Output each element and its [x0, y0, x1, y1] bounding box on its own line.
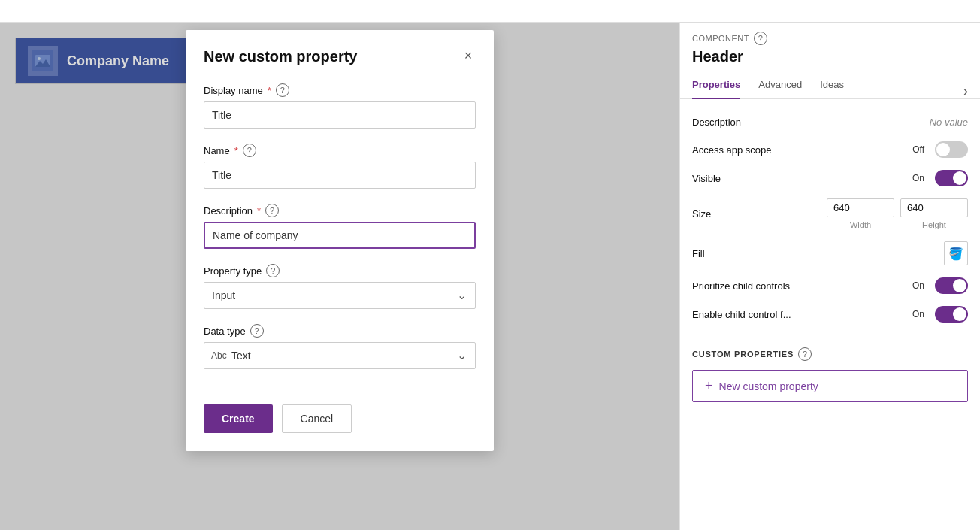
panel-header: COMPONENT ? Header	[680, 23, 980, 71]
right-panel: COMPONENT ? Header › Properties Advanced…	[679, 23, 980, 530]
size-labels: Width Height	[827, 220, 968, 229]
name-help-icon[interactable]: ?	[243, 144, 256, 157]
access-scope-row: Access app scope Off	[692, 135, 968, 164]
top-bar	[0, 0, 980, 23]
plus-icon: +	[705, 378, 713, 394]
fill-row: Fill 🪣	[692, 235, 968, 271]
required-star-3: *	[257, 205, 261, 217]
data-type-help-icon[interactable]: ?	[250, 324, 264, 338]
size-row: Size Width Height	[692, 192, 968, 235]
prioritize-toggle-group: On	[912, 277, 968, 294]
visible-toggle-group: On	[912, 170, 968, 186]
tab-ideas[interactable]: Ideas	[820, 71, 844, 99]
description-label: Description * ?	[204, 204, 476, 217]
description-row: Description No value	[692, 108, 968, 135]
size-group: Width Height	[827, 198, 968, 229]
size-width-input[interactable]	[827, 198, 894, 217]
modal-title: New custom property	[204, 48, 476, 65]
enable-child-toggle[interactable]	[935, 306, 968, 323]
cancel-button[interactable]: Cancel	[282, 404, 352, 433]
description-group: Description * ?	[204, 204, 476, 249]
enable-child-row: Enable child control f... On	[692, 300, 968, 329]
fill-bucket-icon: 🪣	[948, 247, 963, 261]
custom-props-header: CUSTOM PROPERTIES ?	[680, 338, 980, 367]
required-star: *	[268, 85, 271, 96]
required-star-2: *	[234, 145, 238, 156]
name-label: Name * ?	[204, 144, 476, 157]
description-help-icon[interactable]: ?	[265, 204, 279, 217]
modal-actions: Create Cancel	[204, 389, 476, 433]
description-input[interactable]	[204, 222, 476, 249]
panel-component-title: Header	[692, 48, 968, 65]
data-type-group: Data type ? Abc Text Number Boolean Reco…	[204, 324, 476, 369]
modal-close-button[interactable]: ×	[458, 45, 479, 66]
modal-overlay: New custom property × Display name * ? N…	[0, 23, 679, 530]
name-group: Name * ?	[204, 144, 476, 189]
size-inputs	[827, 198, 968, 217]
display-name-label: Display name * ?	[204, 83, 476, 97]
name-input[interactable]	[204, 162, 476, 189]
tab-advanced[interactable]: Advanced	[758, 71, 802, 99]
visible-toggle[interactable]	[935, 170, 968, 186]
size-height-input[interactable]	[900, 198, 968, 217]
visible-row: Visible On	[692, 164, 968, 192]
property-type-help-icon[interactable]: ?	[266, 264, 280, 277]
property-type-group: Property type ? Input Output Action	[204, 264, 476, 309]
modal-dialog: New custom property × Display name * ? N…	[186, 30, 494, 451]
display-name-help-icon[interactable]: ?	[276, 83, 289, 97]
custom-props-help-icon[interactable]: ?	[798, 347, 812, 361]
prioritize-row: Prioritize child controls On	[692, 271, 968, 300]
property-type-select[interactable]: Input Output Action	[204, 282, 476, 309]
component-label: COMPONENT ?	[692, 32, 968, 45]
prioritize-toggle[interactable]	[935, 277, 968, 294]
canvas-area: Company Name New custom property × Displ…	[0, 23, 679, 530]
panel-nav: Properties Advanced Ideas	[680, 71, 980, 99]
tab-properties[interactable]: Properties	[692, 71, 740, 99]
main-area: Company Name New custom property × Displ…	[0, 23, 980, 530]
property-type-label: Property type ?	[204, 264, 476, 277]
panel-chevron-icon[interactable]: ›	[963, 83, 968, 99]
new-custom-property-button[interactable]: + New custom property	[692, 370, 968, 402]
access-scope-toggle-group: Off	[912, 141, 968, 158]
display-name-input[interactable]	[204, 101, 476, 129]
properties-section: Description No value Access app scope Of…	[680, 99, 980, 338]
enable-child-toggle-group: On	[912, 306, 968, 323]
data-type-label: Data type ?	[204, 324, 476, 338]
data-type-select[interactable]: Text Number Boolean Record	[204, 342, 476, 369]
data-type-select-wrapper: Abc Text Number Boolean Record ⌄	[204, 342, 476, 369]
create-button[interactable]: Create	[204, 404, 273, 433]
access-scope-toggle[interactable]	[935, 141, 968, 158]
fill-swatch[interactable]: 🪣	[944, 241, 968, 265]
display-name-group: Display name * ?	[204, 83, 476, 129]
property-type-select-wrapper: Input Output Action	[204, 282, 476, 309]
component-help-icon[interactable]: ?	[754, 32, 767, 45]
